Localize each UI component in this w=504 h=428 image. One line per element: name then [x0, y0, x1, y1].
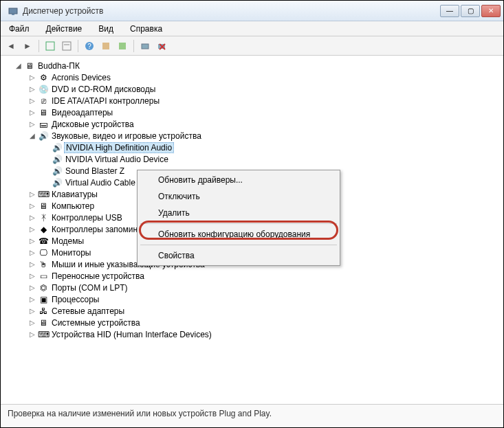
- tree-node[interactable]: ▷⚙Acronis Devices: [2, 71, 502, 83]
- tree-leaf[interactable]: 🔊NVIDIA Virtual Audio Device: [2, 153, 502, 165]
- port-icon: ⏣: [38, 282, 49, 293]
- help-icon[interactable]: ?: [82, 38, 97, 54]
- cm-separator: [140, 245, 337, 245]
- usb-icon: ᛡ: [38, 212, 49, 223]
- expand-icon[interactable]: ▷: [28, 272, 36, 280]
- sound-icon: 🔊: [52, 142, 63, 153]
- keyboard-icon: ⌨: [38, 189, 49, 200]
- portable-icon: ▭: [38, 271, 49, 282]
- sound-icon: 🔊: [52, 166, 63, 177]
- statusbar: Проверка на наличие изменений или новых …: [1, 404, 503, 427]
- minimize-button[interactable]: —: [440, 5, 459, 17]
- computer-icon: 🖥: [24, 60, 35, 71]
- menu-help[interactable]: Справка: [126, 23, 166, 35]
- root-label: Buddha-ПК: [36, 61, 81, 71]
- toolbar: ◄ ► ?: [1, 36, 503, 56]
- expand-icon[interactable]: ▷: [28, 74, 36, 81]
- device-icon: ⚙: [38, 72, 49, 83]
- expand-icon[interactable]: ▷: [28, 260, 36, 268]
- toolbar-btn-4[interactable]: [115, 38, 130, 54]
- toolbar-btn-2[interactable]: [59, 38, 74, 54]
- ide-icon: ⎚: [38, 95, 49, 106]
- collapse-icon[interactable]: ◢: [14, 62, 23, 69]
- status-text: Проверка на наличие изменений или новых …: [8, 409, 272, 418]
- expand-icon[interactable]: ▷: [28, 97, 36, 104]
- window-controls: — ▢ ✕: [440, 5, 501, 17]
- expand-icon[interactable]: ▷: [28, 120, 36, 128]
- expand-icon[interactable]: ▷: [28, 319, 36, 326]
- expand-icon[interactable]: ▷: [28, 237, 36, 245]
- cm-separator: [140, 223, 337, 224]
- context-menu: Обновить драйверы... Отключить Удалить О…: [137, 170, 340, 266]
- menu-action[interactable]: Действие: [42, 23, 87, 35]
- svg-rect-8: [119, 43, 126, 49]
- window-title: Диспетчер устройств: [23, 6, 440, 16]
- mouse-icon: 🖱: [38, 259, 49, 270]
- tree-node[interactable]: ▷▣Процессоры: [2, 293, 502, 305]
- toolbar-btn-3[interactable]: [98, 38, 113, 54]
- tree-node[interactable]: ▷▭Переносные устройства: [2, 270, 502, 282]
- expand-icon[interactable]: ▷: [28, 85, 36, 93]
- expand-icon[interactable]: ▷: [28, 190, 36, 198]
- sound-icon: 🔊: [52, 177, 63, 188]
- expand-icon[interactable]: ▷: [28, 225, 36, 233]
- expand-icon[interactable]: ▷: [28, 330, 36, 338]
- svg-rect-0: [9, 8, 17, 14]
- uninstall-icon[interactable]: [154, 38, 169, 54]
- expand-icon[interactable]: ▷: [28, 109, 36, 116]
- storage-icon: ◆: [38, 224, 49, 235]
- tree-root[interactable]: ◢ 🖥 Buddha-ПК: [2, 60, 502, 71]
- tree-node-audio[interactable]: ◢🔊Звуковые, видео и игровые устройства: [2, 130, 502, 142]
- tree-leaf-selected[interactable]: 🔊NVIDIA High Definition Audio: [2, 142, 502, 153]
- tree-node[interactable]: ▷⎚IDE ATA/ATAPI контроллеры: [2, 95, 502, 106]
- disc-icon: 💿: [38, 84, 49, 95]
- expand-icon[interactable]: ▷: [28, 249, 36, 256]
- tree-node[interactable]: ▷💿DVD и CD-ROM дисководы: [2, 83, 502, 95]
- svg-rect-9: [142, 44, 149, 49]
- hid-icon: ⌨: [38, 329, 49, 340]
- monitor-icon: 🖵: [38, 247, 49, 258]
- cpu-icon: ▣: [38, 294, 49, 305]
- svg-rect-1: [12, 14, 14, 15]
- titlebar[interactable]: Диспетчер устройств — ▢ ✕: [1, 1, 503, 21]
- expand-icon[interactable]: ▷: [28, 295, 36, 303]
- svg-text:?: ?: [87, 43, 91, 50]
- cm-properties[interactable]: Свойства: [139, 247, 338, 264]
- tree-node[interactable]: ▷🖥Видеоадаптеры: [2, 106, 502, 118]
- tree-node[interactable]: ▷🖧Сетевые адаптеры: [2, 305, 502, 317]
- tree-node[interactable]: ▷⌨Устройства HID (Human Interface Device…: [2, 328, 502, 340]
- svg-rect-7: [102, 43, 109, 49]
- expand-icon[interactable]: ▷: [28, 214, 36, 221]
- display-icon: 🖥: [38, 107, 49, 118]
- back-button[interactable]: ◄: [3, 38, 19, 54]
- cm-disable[interactable]: Отключить: [139, 188, 338, 205]
- modem-icon: ☎: [38, 236, 49, 247]
- app-icon: [8, 5, 19, 16]
- expand-icon[interactable]: ▷: [28, 284, 36, 291]
- menu-file[interactable]: Файл: [5, 23, 34, 35]
- toolbar-btn-1[interactable]: [43, 38, 58, 54]
- svg-rect-3: [63, 42, 71, 50]
- menu-view[interactable]: Вид: [94, 23, 118, 35]
- computer-icon: 🖥: [38, 201, 49, 212]
- cm-remove[interactable]: Удалить: [139, 205, 338, 221]
- tree-node[interactable]: ▷🖴Дисковые устройства: [2, 118, 502, 130]
- cm-update-drivers[interactable]: Обновить драйверы...: [139, 172, 338, 188]
- svg-rect-2: [46, 42, 54, 50]
- forward-button[interactable]: ►: [20, 38, 35, 54]
- system-icon: 🖥: [38, 317, 49, 328]
- expand-icon[interactable]: ▷: [28, 307, 36, 315]
- sound-icon: 🔊: [52, 154, 63, 165]
- scan-icon[interactable]: [138, 38, 153, 54]
- collapse-icon[interactable]: ◢: [28, 132, 36, 139]
- tree-node[interactable]: ▷⏣Порты (COM и LPT): [2, 282, 502, 293]
- tree-node[interactable]: ▷🖥Системные устройства: [2, 317, 502, 328]
- cm-scan-hardware[interactable]: Обновить конфигурацию оборудования: [139, 226, 338, 243]
- close-button[interactable]: ✕: [481, 5, 501, 17]
- expand-icon[interactable]: ▷: [28, 202, 36, 210]
- menubar: Файл Действие Вид Справка: [1, 21, 503, 36]
- sound-icon: 🔊: [38, 131, 49, 142]
- network-icon: 🖧: [38, 306, 49, 317]
- disk-icon: 🖴: [38, 119, 49, 130]
- maximize-button[interactable]: ▢: [461, 5, 480, 17]
